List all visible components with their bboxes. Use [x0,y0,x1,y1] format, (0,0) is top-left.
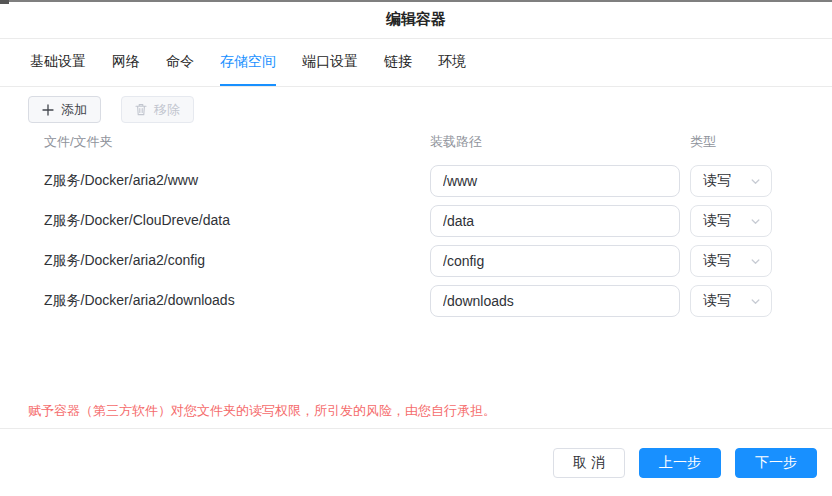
mount-path-input[interactable] [430,165,680,197]
storage-toolbar: 添加 移除 [28,96,194,123]
type-select[interactable]: 读写 [690,165,772,197]
volume-table-header: 文件/文件夹 装载路径 类型 [0,133,832,149]
tab-command[interactable]: 命令 [166,40,194,86]
tab-basic-settings[interactable]: 基础设置 [30,40,86,86]
volume-table: Z服务/Docker/aria2/www 读写 Z服务/Docker/ClouD… [0,165,832,325]
folder-path: Z服务/Docker/aria2/config [44,245,205,277]
permission-warning: 赋予容器（第三方软件）对您文件夹的读写权限，所引发的风险，由您自行承担。 [28,401,496,421]
dialog-header: 编辑容器 [0,0,832,39]
folder-path: Z服务/Docker/ClouDreve/data [44,205,230,237]
remove-volume-label: 移除 [154,101,180,119]
add-volume-button[interactable]: 添加 [28,96,101,123]
type-select-value: 读写 [703,212,731,230]
volume-row: Z服务/Docker/aria2/www 读写 [0,165,832,197]
tab-network[interactable]: 网络 [112,40,140,86]
chevron-down-icon [750,296,761,307]
background-window-edge [0,0,832,2]
trash-icon [135,103,147,116]
folder-path: Z服务/Docker/aria2/downloads [44,285,235,317]
mount-path-input[interactable] [430,285,680,317]
volume-row: Z服务/Docker/ClouDreve/data 读写 [0,205,832,237]
volume-row: Z服务/Docker/aria2/downloads 读写 [0,285,832,317]
mount-path-input[interactable] [430,245,680,277]
cancel-button[interactable]: 取 消 [553,448,625,478]
background-window-notch [0,0,9,4]
chevron-down-icon [750,216,761,227]
type-select[interactable]: 读写 [690,285,772,317]
type-select-value: 读写 [703,252,731,270]
tab-environment[interactable]: 环境 [438,40,466,86]
type-select-value: 读写 [703,172,731,190]
next-step-button[interactable]: 下一步 [735,448,817,478]
dialog-title: 编辑容器 [386,10,446,29]
volume-row: Z服务/Docker/aria2/config 读写 [0,245,832,277]
plus-icon [42,104,54,116]
tab-bar: 基础设置 网络 命令 存储空间 端口设置 链接 环境 [0,40,832,87]
add-volume-label: 添加 [61,101,87,119]
tab-links[interactable]: 链接 [384,40,412,86]
column-header-type: 类型 [690,133,716,151]
dialog-footer: 取 消 上一步 下一步 [0,428,832,496]
folder-path: Z服务/Docker/aria2/www [44,165,198,197]
mount-path-input[interactable] [430,205,680,237]
type-select[interactable]: 读写 [690,205,772,237]
column-header-folder: 文件/文件夹 [44,133,113,151]
tab-ports[interactable]: 端口设置 [302,40,358,86]
chevron-down-icon [750,256,761,267]
type-select[interactable]: 读写 [690,245,772,277]
column-header-mount-path: 装载路径 [430,133,482,151]
previous-step-button[interactable]: 上一步 [639,448,721,478]
tab-storage[interactable]: 存储空间 [220,40,276,86]
remove-volume-button[interactable]: 移除 [121,96,194,123]
chevron-down-icon [750,176,761,187]
type-select-value: 读写 [703,292,731,310]
